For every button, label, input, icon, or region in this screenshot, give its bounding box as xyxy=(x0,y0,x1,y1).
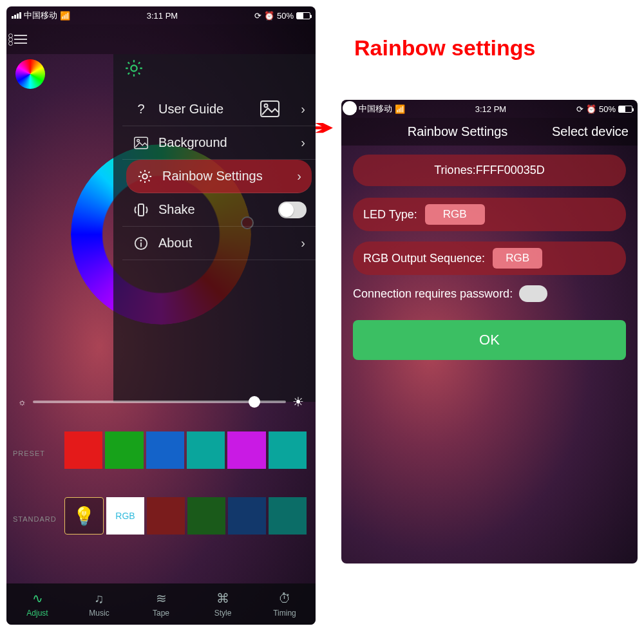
chevron-right-icon: › xyxy=(301,236,305,251)
tab-adjust[interactable]: ∿Adjust xyxy=(6,583,68,625)
preset-swatch[interactable] xyxy=(64,431,102,469)
preset-swatch[interactable] xyxy=(146,431,184,469)
menu-item-shake[interactable]: Shake xyxy=(122,193,316,227)
led-type-label: LED Type: xyxy=(363,208,417,222)
phone-left-screen: 中国移动 📶 3:11 PM ⟳ ⏰ 50% ? User Guide › xyxy=(6,6,316,625)
led-type-value[interactable]: RGB xyxy=(425,204,485,225)
menu-item-background[interactable]: Background › xyxy=(122,126,316,160)
preset-swatch[interactable] xyxy=(105,431,143,469)
standard-label: STANDARD xyxy=(13,515,57,523)
tab-label: Tape xyxy=(153,609,169,618)
tab-style[interactable]: ⌘Style xyxy=(192,583,254,625)
wifi-icon: 📶 xyxy=(395,104,405,114)
svg-line-18 xyxy=(140,171,142,173)
menu-item-about[interactable]: About › xyxy=(122,227,316,260)
standard-swatch[interactable] xyxy=(187,497,225,535)
svg-line-5 xyxy=(128,62,129,64)
led-type-field[interactable]: LED Type: RGB xyxy=(353,198,626,231)
brightness-high-icon: ☀ xyxy=(292,394,304,410)
chevron-right-icon: › xyxy=(301,102,305,117)
status-bar: 中国移动 📶 3:11 PM ⟳ ⏰ 50% xyxy=(6,6,316,24)
style-icon: ⌘ xyxy=(216,591,229,606)
preset-label: PRESET xyxy=(13,450,45,457)
menu-label: Rainbow Settings xyxy=(162,169,263,184)
rgb-sequence-value[interactable]: RGB xyxy=(493,248,542,269)
shake-toggle[interactable] xyxy=(278,202,307,218)
top-bar xyxy=(6,24,316,54)
standard-swatch[interactable] xyxy=(228,497,266,535)
sliders-icon: ∿ xyxy=(32,591,43,606)
preset-swatch-row xyxy=(64,431,307,469)
tab-timing[interactable]: ⏱Timing xyxy=(254,583,316,625)
ok-button[interactable]: OK xyxy=(353,320,626,360)
battery-icon xyxy=(618,106,632,113)
battery-pct: 50% xyxy=(599,104,616,114)
select-device-button[interactable]: Select device xyxy=(552,124,629,139)
help-icon: ? xyxy=(133,102,149,117)
picture-icon xyxy=(133,137,149,149)
standard-swatch[interactable] xyxy=(269,497,307,535)
svg-line-19 xyxy=(149,180,150,181)
standard-bulb-swatch[interactable]: 💡 xyxy=(64,497,104,535)
svg-line-7 xyxy=(128,73,129,74)
alarm-icon: ⏰ xyxy=(264,11,274,21)
brightness-slider[interactable] xyxy=(33,401,286,403)
menu-label: User Guide xyxy=(158,102,223,117)
connection-password-toggle[interactable] xyxy=(519,285,547,302)
brightness-low-icon: ☼ xyxy=(18,397,26,407)
svg-line-20 xyxy=(140,180,142,181)
standard-rgb-swatch[interactable]: RGB xyxy=(106,497,144,535)
brightness-slider-row: ☼ ☀ xyxy=(6,394,316,410)
standard-swatch-row: 💡 RGB xyxy=(64,497,307,535)
page-title: Rainbow Settings xyxy=(408,124,508,139)
tab-label: Style xyxy=(214,609,232,618)
rainbow-settings-body: Triones:FFFF00035D LED Type: RGB RGB Out… xyxy=(341,146,638,369)
device-pill[interactable]: Triones:FFFF00035D xyxy=(353,155,626,186)
status-bar: 中国移动 📶 3:12 PM ⟳ ⏰ 50% xyxy=(341,100,638,118)
bulb-icon: 💡 xyxy=(73,506,95,527)
tab-label: Music xyxy=(89,609,109,618)
preset-swatch[interactable] xyxy=(269,431,307,469)
color-adjust-area: ? User Guide › Background › Rainbow Sett… xyxy=(6,54,316,402)
wifi-icon: 📶 xyxy=(60,11,70,21)
tab-tape[interactable]: ≋Tape xyxy=(130,583,192,625)
menu-label: Background xyxy=(158,135,227,150)
tab-music[interactable]: ♫Music xyxy=(68,583,130,625)
menu-label: About xyxy=(158,236,192,251)
phone-right-screen: 中国移动 📶 3:12 PM ⟳ ⏰ 50% Rainbow Settings … xyxy=(341,100,638,564)
wave-icon: ≋ xyxy=(156,591,167,606)
svg-line-6 xyxy=(138,73,140,74)
svg-point-0 xyxy=(131,65,137,71)
gear-icon xyxy=(137,169,153,184)
rgb-sequence-field[interactable]: RGB Output Sequence: RGB xyxy=(353,242,626,275)
music-icon: ♫ xyxy=(95,591,104,606)
tab-label: Timing xyxy=(273,609,296,618)
menu-item-rainbow-settings[interactable]: Rainbow Settings › xyxy=(126,160,312,193)
standard-swatch[interactable] xyxy=(147,497,185,535)
page-header: Rainbow Settings Select device xyxy=(341,118,638,146)
battery-pct: 50% xyxy=(277,11,294,21)
menu-list-icon[interactable] xyxy=(14,35,27,44)
chevron-right-icon: › xyxy=(297,169,301,184)
signal-icon xyxy=(12,12,21,19)
annotation-title: Rainbow settings xyxy=(354,35,535,61)
tab-label: Adjust xyxy=(26,609,48,618)
status-time: 3:12 PM xyxy=(475,104,506,114)
tab-bar: ∿Adjust ♫Music ≋Tape ⌘Style ⏱Timing xyxy=(6,583,316,625)
color-wheel-small-icon[interactable] xyxy=(15,59,45,89)
orientation-lock-icon: ⟳ xyxy=(254,11,261,21)
gear-icon[interactable] xyxy=(125,59,143,77)
svg-line-8 xyxy=(138,62,140,64)
menu-item-user-guide[interactable]: ? User Guide › xyxy=(122,93,316,126)
carrier-label: 中国移动 xyxy=(359,103,392,115)
preset-swatch[interactable] xyxy=(227,431,265,469)
svg-rect-11 xyxy=(135,137,148,149)
status-time: 3:11 PM xyxy=(147,11,178,21)
brightness-slider-handle[interactable] xyxy=(249,396,260,408)
preset-swatch[interactable] xyxy=(187,431,225,469)
carrier-label: 中国移动 xyxy=(24,10,57,21)
info-icon xyxy=(133,236,149,251)
connection-password-label: Connection requires password: xyxy=(353,287,513,301)
svg-point-12 xyxy=(137,139,140,142)
connection-password-row: Connection requires password: xyxy=(353,285,626,302)
